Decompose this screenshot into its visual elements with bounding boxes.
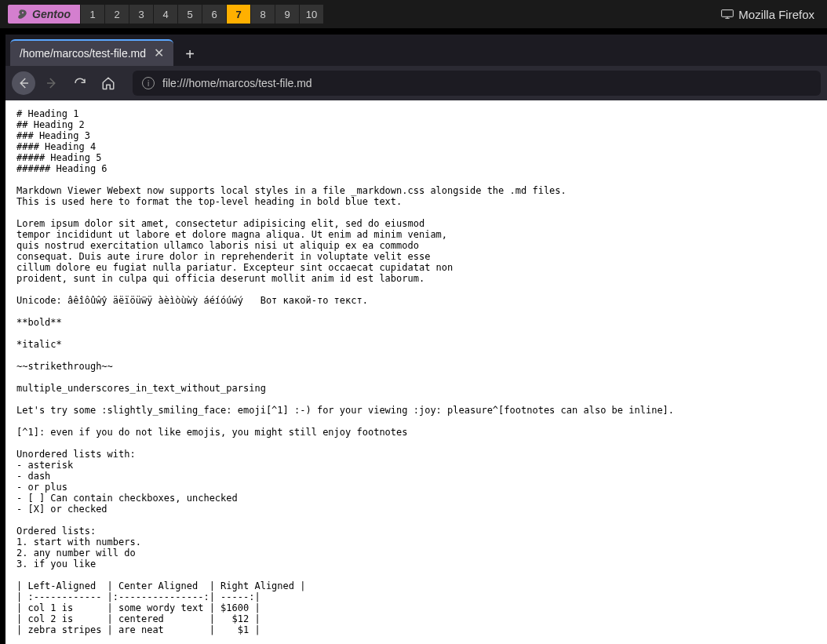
workspace-7[interactable]: 7 (227, 5, 250, 24)
workspace-6[interactable]: 6 (202, 5, 226, 24)
reload-button[interactable] (68, 71, 92, 95)
forward-button (40, 71, 64, 95)
active-app-indicator[interactable]: Mozilla Firefox (721, 8, 814, 21)
taskbar-right: Mozilla Firefox (721, 8, 822, 21)
workspace-5[interactable]: 5 (178, 5, 202, 24)
new-tab-button[interactable]: + (178, 42, 202, 66)
arrow-left-icon (16, 76, 31, 90)
workspace-2[interactable]: 2 (105, 5, 129, 24)
close-tab-icon[interactable]: ✕ (154, 47, 164, 60)
workspace-10[interactable]: 10 (300, 5, 323, 24)
nav-toolbar: i file:///home/marcos/test-file.md (5, 66, 827, 100)
workspace-switcher: 12345678910 (81, 5, 324, 24)
browser-tab-active[interactable]: /home/marcos/test-file.md ✕ (10, 39, 173, 66)
arrow-right-icon (45, 76, 59, 90)
workspace-1[interactable]: 1 (81, 5, 104, 24)
workspace-3[interactable]: 3 (129, 5, 153, 24)
gentoo-icon (17, 9, 28, 20)
workspace-8[interactable]: 8 (251, 5, 275, 24)
url-text: file:///home/marcos/test-file.md (162, 77, 312, 89)
reload-icon (73, 76, 87, 90)
site-info-icon[interactable]: i (142, 77, 155, 89)
os-label: Gentoo (32, 8, 71, 20)
back-button[interactable] (12, 71, 35, 95)
workspace-4[interactable]: 4 (154, 5, 177, 24)
home-button[interactable] (97, 71, 120, 95)
taskbar: Gentoo 12345678910 Mozilla Firefox (0, 0, 827, 28)
svg-rect-0 (722, 10, 734, 17)
address-bar[interactable]: i file:///home/marcos/test-file.md (133, 71, 821, 96)
os-badge[interactable]: Gentoo (8, 5, 80, 24)
workspace-9[interactable]: 9 (275, 5, 299, 24)
home-icon (101, 76, 115, 90)
tab-strip: /home/marcos/test-file.md ✕ + (5, 35, 827, 66)
page-content: # Heading 1 ## Heading 2 ### Heading 3 #… (5, 100, 827, 644)
monitor-icon (721, 9, 734, 19)
active-app-label: Mozilla Firefox (738, 8, 814, 21)
tab-title: /home/marcos/test-file.md (20, 47, 146, 60)
browser-window: /home/marcos/test-file.md ✕ + i file:///… (5, 35, 827, 644)
taskbar-left: Gentoo 12345678910 (5, 0, 324, 28)
raw-markdown-text: # Heading 1 ## Heading 2 ### Heading 3 #… (16, 108, 822, 644)
